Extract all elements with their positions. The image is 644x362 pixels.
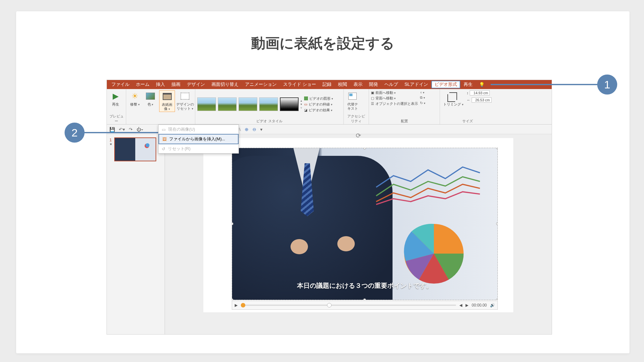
reset-design-button[interactable]: デザインの リセット	[177, 90, 193, 111]
group-label-size: サイズ	[442, 119, 493, 124]
corrections-button[interactable]: ☀ 修整	[128, 90, 142, 107]
redo-icon[interactable]: ↷	[129, 127, 133, 132]
video-style-4[interactable]	[259, 97, 278, 111]
group-label-preview: プレビュー	[109, 114, 124, 124]
crop-button[interactable]: トリミング	[442, 90, 465, 107]
tab-transitions[interactable]: 画面切り替え	[208, 80, 242, 89]
alt-text-icon	[347, 91, 358, 101]
player-volume-icon[interactable]: 🔊	[490, 303, 495, 307]
video-caption: 本日の議題における３つの重要ポイントです。	[232, 281, 497, 290]
svg-point-1	[146, 143, 149, 147]
poster-current-frame: ▭現在の画像(U)	[158, 125, 239, 134]
video-border-button[interactable]: ▭ビデオの枠線	[304, 102, 333, 107]
group-label-arrange: 配置	[371, 119, 438, 124]
tab-tell-me-icon[interactable]: 💡	[476, 80, 488, 89]
thumbnail-number: 1	[109, 137, 112, 142]
resize-handle[interactable]	[363, 298, 366, 300]
group-button[interactable]: ⧉	[420, 96, 425, 100]
alt-text-button[interactable]: 代替テ キスト	[346, 90, 359, 111]
tab-design[interactable]: デザイン	[184, 80, 208, 89]
height-input[interactable]: 14.93 cm	[470, 90, 490, 96]
tab-home[interactable]: ホーム	[133, 80, 153, 89]
frame-icon: ▭	[162, 127, 166, 132]
tab-draw[interactable]: 描画	[168, 80, 184, 89]
tab-video-format[interactable]: ビデオ形式	[431, 81, 460, 88]
tab-view[interactable]: 表示	[350, 80, 366, 89]
poster-frame-button[interactable]: 表紙画像	[159, 90, 175, 112]
tab-insert[interactable]: 挿入	[153, 80, 168, 89]
bring-forward-icon: ▣	[371, 91, 374, 95]
tab-help[interactable]: ヘルプ	[381, 80, 401, 89]
animation-indicator-icon: ★	[109, 142, 112, 146]
effects-icon: ◪	[304, 108, 307, 112]
width-icon: ↔	[467, 98, 470, 102]
play-button[interactable]: ▶ 再生	[109, 90, 122, 107]
poster-from-file[interactable]: 🖼ファイルから画像を挿入(M)...	[158, 134, 239, 144]
slide-thumbnail-panel: 1 ★	[107, 134, 165, 334]
selection-icon: ☰	[371, 102, 374, 106]
qat-more-icon[interactable]: ▾	[260, 127, 262, 132]
selection-pane-button[interactable]: ☰オブジェクトの選択と表示	[371, 101, 418, 106]
poster-frame-menu: ▭現在の画像(U) 🖼ファイルから画像を挿入(M)... ↺リセット(R)	[158, 125, 239, 154]
reset-small-icon: ↺	[162, 146, 165, 151]
border-icon: ▭	[304, 102, 307, 106]
poster-frame-icon	[162, 91, 172, 102]
picture-file-icon: 🖼	[162, 137, 167, 142]
video-player-controls: ▶ ◀ ▶ 00:00.00 🔊	[232, 301, 498, 310]
tab-developer[interactable]: 開発	[366, 80, 381, 89]
ribbon: ▶ 再生 プレビュー ☀ 修整 色	[107, 89, 552, 125]
resize-handle[interactable]	[496, 298, 498, 300]
slide-editor[interactable]: ⟳	[165, 134, 552, 334]
seek-playhead[interactable]	[241, 303, 245, 307]
group-label-styles: ビデオ スタイル	[197, 119, 342, 124]
rotation-handle-icon[interactable]: ⟳	[356, 132, 361, 139]
player-step-forward-icon[interactable]: ▶	[465, 303, 468, 307]
video-effects-button[interactable]: ◪ビデオの効果	[304, 108, 333, 113]
callout-badge-2: 2	[65, 123, 85, 143]
save-icon[interactable]: 💾	[109, 127, 115, 132]
tab-slideshow[interactable]: スライド ショー	[280, 80, 319, 89]
page-title: 動画に表紙を設定する	[16, 34, 629, 53]
tab-review[interactable]: 校閲	[335, 80, 350, 89]
play-icon: ▶	[110, 91, 121, 101]
tab-file[interactable]: ファイル	[108, 80, 133, 89]
tab-sladdin[interactable]: SLアドイン	[401, 80, 431, 89]
player-step-back-icon[interactable]: ◀	[459, 303, 462, 307]
callout-line-2	[84, 132, 159, 133]
video-shape-button[interactable]: ビデオの図形	[304, 96, 333, 101]
player-play-icon[interactable]: ▶	[235, 303, 238, 307]
group-label-accessibility: アクセシビリティ	[346, 114, 367, 124]
bring-forward-button[interactable]: ▣前面へ移動	[371, 90, 418, 95]
player-seek-track[interactable]	[241, 305, 456, 306]
video-object[interactable]: 本日の議題における３つの重要ポイントです。	[232, 148, 498, 300]
callout-line-1	[491, 84, 598, 85]
styles-more-icon[interactable]: ▿	[301, 106, 302, 109]
tab-record[interactable]: 記録	[319, 80, 335, 89]
reset-icon	[180, 91, 190, 101]
slide-thumbnail-1[interactable]: 1 ★	[109, 137, 162, 161]
resize-handle[interactable]	[496, 222, 498, 225]
seek-marker[interactable]	[327, 303, 332, 307]
align-button[interactable]: ⫞	[420, 90, 425, 94]
video-style-5[interactable]	[280, 97, 299, 111]
send-backward-button[interactable]: ▢背面へ移動	[371, 96, 418, 101]
shape-icon	[304, 96, 308, 100]
color-button[interactable]: 色	[144, 90, 157, 107]
poster-reset: ↺リセット(R)	[158, 144, 239, 153]
tab-playback[interactable]: 再生	[460, 80, 476, 89]
zoom-out-icon[interactable]: ⊖	[252, 127, 256, 132]
thumbnail-preview	[114, 137, 156, 161]
workspace: 1 ★ ⟳	[107, 134, 552, 334]
tab-animations[interactable]: アニメーション	[242, 80, 280, 89]
zoom-in-icon[interactable]: ⊕	[245, 127, 249, 132]
video-style-2[interactable]	[218, 97, 237, 111]
undo-icon[interactable]: ↶▾	[119, 127, 125, 132]
rotate-button[interactable]: ↻	[420, 101, 425, 105]
player-time: 00:00.00	[472, 303, 487, 307]
crop-icon	[448, 91, 458, 101]
height-icon: ↕	[467, 91, 469, 95]
video-style-3[interactable]	[239, 97, 257, 111]
autosave-icon[interactable]: ⏻▾	[137, 127, 143, 132]
width-input[interactable]: 26.53 cm	[472, 97, 492, 103]
video-style-1[interactable]	[197, 97, 216, 111]
